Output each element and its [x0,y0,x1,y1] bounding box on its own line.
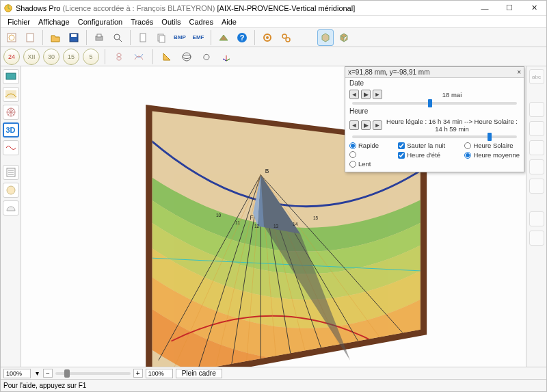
lp-screen-button[interactable] [3,69,19,84]
main-toolbar: BMP EMF ? [1,28,546,47]
zoom-right-value[interactable]: 100% [146,369,173,378]
hour-play-button[interactable]: ▶ [361,120,371,130]
rp-import-button[interactable] [529,231,544,246]
rp-line-button[interactable] [529,102,544,117]
date-prev-button[interactable]: ◄ [349,90,359,99]
round-xii-button[interactable]: XII [23,49,40,65]
round-5-button[interactable]: 5 [83,49,99,65]
print-button[interactable] [91,29,107,46]
app-name: Shadows Pro [16,4,60,12]
open-button[interactable] [47,29,64,46]
close-button[interactable]: ✕ [522,1,546,16]
menu-fichier[interactable]: Fichier [5,18,33,26]
svg-text:14: 14 [293,222,298,226]
zoom-minus-button[interactable]: − [43,369,53,378]
rp-polyline-button[interactable] [529,121,544,136]
globe-button[interactable] [178,49,195,65]
secondary-toolbar: 24 XII 30 15 5 [1,47,546,66]
menu-cadres[interactable]: Cadres [186,18,215,26]
rp-paste-button[interactable] [529,211,544,226]
svg-point-16 [282,34,286,38]
lp-chart-button[interactable] [3,87,19,102]
hour-next-button[interactable]: ► [373,120,382,130]
svg-rect-9 [140,34,146,42]
svg-text:11: 11 [235,220,241,225]
date-slider[interactable] [352,102,517,105]
new-sundial-button[interactable] [3,29,20,46]
info-floater[interactable]: x=91,88 mm, y=-98,91 mm × Date ◄ ▶ ► 18 … [345,66,524,172]
save-button[interactable] [66,29,82,46]
menu-aide[interactable]: Aide [219,18,239,26]
radio-solaire[interactable]: Heure Solaire [464,142,520,149]
coords-readout: x=91,88 mm, y=-98,91 mm [348,68,430,76]
hour-prev-button[interactable]: ◄ [349,120,359,130]
lp-wheel-button[interactable] [3,105,19,120]
svg-text:13: 13 [274,224,279,228]
lp-protractor-button[interactable] [3,200,19,215]
page-button[interactable] [135,29,151,46]
minimize-button[interactable]: — [472,1,497,16]
axes-button[interactable] [218,49,235,65]
check-ete[interactable]: Heure d'été [398,151,445,159]
zoom-slider[interactable] [55,372,131,375]
radio-mid[interactable] [349,151,379,158]
status-bar: Pour l'aide, appuyez sur F1 [1,379,546,391]
curve-button[interactable] [131,49,147,65]
round-15-button[interactable]: 15 [63,49,79,65]
floater-close-button[interactable]: × [517,68,521,76]
check-sauter[interactable]: Sauter la nuit [398,142,445,149]
view3d-button[interactable] [317,29,334,46]
round-30-button[interactable]: 30 [43,49,59,65]
rp-arc-button[interactable] [529,140,544,155]
date-next-button[interactable]: ► [373,90,382,99]
emf-button[interactable]: EMF [190,29,206,46]
copy-button[interactable] [153,29,170,46]
zoom-left-value[interactable]: 100% [3,369,31,378]
radio-lent[interactable]: Lent [349,160,379,168]
bmp-button[interactable]: BMP [172,29,188,46]
svg-point-19 [183,55,191,58]
svg-point-8 [114,34,120,40]
settings-button[interactable] [259,29,276,46]
box-button[interactable] [336,29,352,46]
maximize-button[interactable]: ☐ [497,1,522,16]
svg-rect-20 [6,73,16,79]
export-button[interactable] [215,29,232,46]
lp-list-button[interactable] [3,165,19,180]
app-icon [3,3,13,13]
date-play-button[interactable]: ▶ [361,90,371,99]
svg-text:15: 15 [313,215,319,220]
menu-traces[interactable]: Tracés [128,18,156,26]
svg-text:12: 12 [254,224,260,228]
new-doc-button[interactable] [22,29,38,46]
rp-rect-button[interactable] [529,159,544,174]
svg-text:10: 10 [216,213,222,218]
radio-moyenne[interactable]: Heure moyenne [464,151,520,159]
rp-circle-button[interactable] [529,179,544,194]
menu-outils[interactable]: Outils [159,18,183,26]
menu-configuration[interactable]: Configuration [75,18,125,26]
round-24-button[interactable]: 24 [3,49,20,65]
svg-rect-3 [27,34,34,42]
triangle-button[interactable] [159,49,175,65]
license-text: (Licence accordée à : François BLATEYRON… [63,4,215,12]
lp-circle-button[interactable] [3,183,19,198]
hour-slider[interactable] [352,135,517,138]
full-frame-button[interactable]: Plein cadre [176,369,222,378]
figure8-button[interactable] [111,49,127,65]
radio-rapide[interactable]: Rapide [349,142,379,149]
zoom-bar: 100% ▾ − + 100% Plein cadre [1,367,546,379]
lp-3d-button[interactable]: 3D [3,122,19,138]
rotate-button[interactable] [198,49,215,65]
dial-label-b: B [265,168,269,174]
rp-abc-button[interactable]: abc [529,69,544,84]
zoom-plus-button[interactable]: + [133,369,143,378]
lp-wave-button[interactable] [3,140,19,155]
settings2-button[interactable] [278,29,294,46]
svg-point-17 [286,38,290,42]
preview-button[interactable] [109,29,126,46]
viewport-3d[interactable]: B F 101112 131415 x=91,88 mm, y=-98,91 m… [21,66,526,367]
menu-affichage[interactable]: Affichage [36,18,72,26]
help-button[interactable]: ? [234,29,250,46]
svg-rect-21 [5,90,16,99]
